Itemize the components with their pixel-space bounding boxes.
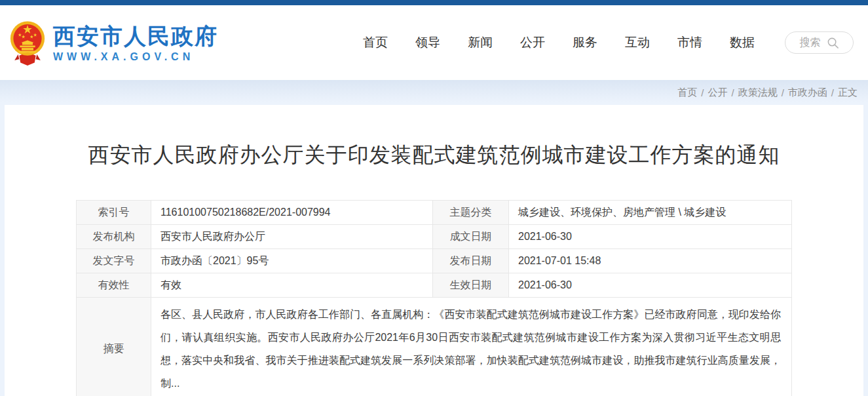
nav-item-data[interactable]: 数据 [730,34,755,51]
meta-value-issuer: 西安市人民政府办公厅 [151,225,433,249]
document-card: 西安市人民政府办公厅关于印发装配式建筑范例城市建设工作方案的通知 索引号 116… [5,105,863,396]
site-header: 西安市人民政府 WWW.XA.GOV.CN 首页 领导 新闻 公开 服务 互动 … [0,5,868,80]
meta-value-doc-number: 市政办函〔2021〕95号 [151,249,433,273]
table-row: 有效性 有效 生效日期 2021-06-30 [77,273,792,298]
nav-item-news[interactable]: 新闻 [468,34,493,51]
meta-value-topic: 城乡建设、环境保护、房地产管理 \ 城乡建设 [509,201,792,225]
breadcrumb-separator: / [782,87,784,98]
search-placeholder: 搜索 [800,36,821,50]
top-accent-bar [0,0,868,5]
search-box[interactable]: 搜索 [785,31,854,54]
breadcrumb-policies[interactable]: 政策法规 [738,87,778,99]
meta-label-publish-date: 发布日期 [433,249,509,273]
meta-value-validity: 有效 [151,273,433,298]
nav-item-open[interactable]: 公开 [520,34,545,51]
site-title: 西安市人民政府 [53,23,218,49]
breadcrumb: 首页 / 公开 / 政策法规 / 市政办函 / 正文 [0,80,868,105]
table-row-summary: 摘要 各区、县人民政府，市人民政府各工作部门、各直属机构：《西安市装配式建筑范例… [77,298,792,396]
breadcrumb-home[interactable]: 首页 [677,87,697,99]
table-row: 发布机构 西安市人民政府办公厅 成文日期 2021-06-30 [77,225,792,249]
meta-label-index-number: 索引号 [77,201,151,225]
breadcrumb-separator: / [701,87,704,98]
meta-value-effective-date: 2021-06-30 [509,273,792,298]
meta-label-topic: 主题分类 [433,201,509,225]
meta-label-validity: 有效性 [77,273,151,298]
meta-label-issuer: 发布机构 [77,225,151,249]
document-title: 西安市人民政府办公厅关于印发装配式建筑范例城市建设工作方案的通知 [5,105,863,167]
nav-item-home[interactable]: 首页 [363,34,388,51]
meta-label-written-date: 成文日期 [433,225,509,249]
national-emblem-icon [10,19,45,66]
breadcrumb-current: 正文 [838,87,858,99]
meta-label-effective-date: 生效日期 [433,273,509,298]
meta-label-doc-number: 发文字号 [77,249,151,273]
nav-item-city[interactable]: 市情 [677,34,702,51]
breadcrumb-separator: / [831,87,834,98]
meta-value-summary: 各区、县人民政府，市人民政府各工作部门、各直属机构：《西安市装配式建筑范例城市建… [151,298,792,396]
breadcrumb-separator: / [731,87,734,98]
meta-value-publish-date: 2021-07-01 15:48 [509,249,792,273]
meta-value-written-date: 2021-06-30 [509,225,792,249]
search-icon [827,37,839,49]
nav-item-services[interactable]: 服务 [573,34,597,51]
nav-item-leaders[interactable]: 领导 [415,34,440,51]
table-row: 发文字号 市政办函〔2021〕95号 发布日期 2021-07-01 15:48 [77,249,792,273]
table-row: 索引号 11610100750218682E/2021-007994 主题分类 … [77,201,792,225]
meta-label-summary: 摘要 [77,298,151,396]
meta-value-index-number: 11610100750218682E/2021-007994 [151,201,433,225]
page-background: 首页 / 公开 / 政策法规 / 市政办函 / 正文 西安市人民政府办公厅关于印… [0,80,868,396]
nav-item-interact[interactable]: 互动 [625,34,650,51]
site-logo[interactable]: 西安市人民政府 WWW.XA.GOV.CN [10,19,218,66]
site-url: WWW.XA.GOV.CN [53,51,218,63]
breadcrumb-open[interactable]: 公开 [708,87,727,99]
breadcrumb-letters[interactable]: 市政办函 [788,87,827,99]
logo-text: 西安市人民政府 WWW.XA.GOV.CN [53,23,218,63]
main-nav: 首页 领导 新闻 公开 服务 互动 市情 数据 [363,34,755,51]
document-meta-table: 索引号 11610100750218682E/2021-007994 主题分类 … [76,200,792,396]
